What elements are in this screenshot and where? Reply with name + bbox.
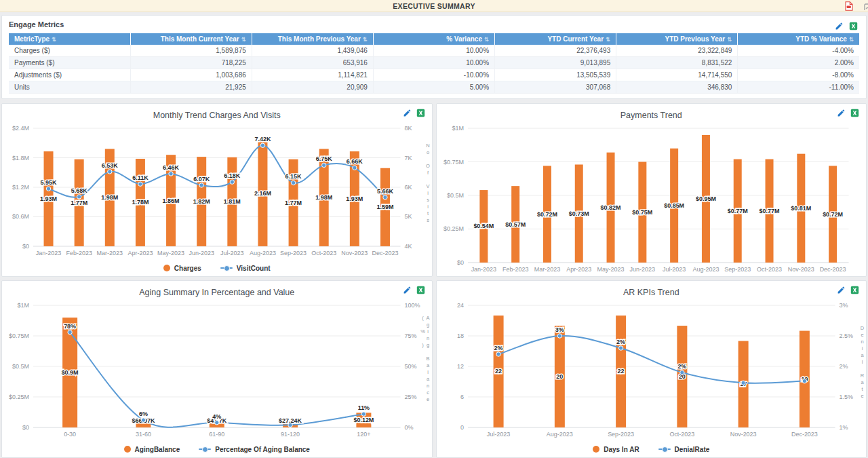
y2-axis-tick: 1.5% (839, 394, 852, 400)
legend-item-charges[interactable]: Charges (163, 265, 201, 272)
point-jan-2023[interactable] (46, 187, 50, 191)
y-axis-tick: 18 (456, 332, 463, 339)
column-header-this-month-current-year[interactable]: This Month Current Year⇅ (130, 33, 252, 45)
line-value-label: 4% (212, 413, 221, 420)
bar-value-label: 1.82M (193, 198, 210, 205)
y-axis-tick: $0.25M (443, 225, 463, 232)
legend-item-agingbalance[interactable]: AgingBalance (124, 446, 180, 453)
monthly-trend-legend: ChargesVisitCount (2, 260, 432, 276)
x-axis-tick: Oct-2023 (311, 250, 336, 256)
point-dec-2023[interactable] (383, 195, 387, 199)
point-jul-2023[interactable] (230, 180, 234, 184)
x-axis-tick: Jul-2023 (662, 266, 685, 273)
point-dec-2023[interactable] (802, 379, 806, 383)
point-sep-2023[interactable] (291, 180, 295, 185)
x-axis-tick: Aug-2023 (692, 266, 719, 273)
payments-trend-chart-canvas: $1M$0.75M$0.5M$0.25M$0Jan-2023Feb-2023Ma… (437, 120, 867, 276)
point-nov-2023[interactable] (353, 166, 357, 170)
point-oct-2023[interactable] (322, 163, 326, 167)
bar-value-label: 22 (617, 368, 624, 375)
point-oct-2023[interactable] (679, 370, 684, 375)
x-axis-tick: Sep-2023 (280, 250, 307, 256)
point-apr-2023[interactable] (138, 182, 142, 186)
edit-icon[interactable] (835, 21, 844, 33)
point-mar-2023[interactable] (108, 170, 112, 174)
column-header-ytd-current-year[interactable]: YTD Current Year⇅ (495, 33, 616, 45)
x-axis-tick: Jul-2023 (486, 431, 509, 438)
table-cell: -11.00% (738, 81, 859, 94)
charts-grid: Monthly Trend Charges And Visits $2.4M8K… (1, 103, 867, 458)
bar-value-label: 1.93M (346, 195, 363, 202)
y2-axis-tick: 6K (405, 184, 412, 191)
excel-export-icon[interactable] (416, 109, 425, 117)
point-aug-2023[interactable] (557, 334, 561, 338)
point-aug-2023[interactable] (260, 143, 264, 147)
edit-icon[interactable] (837, 286, 846, 294)
y-axis-tick: 12 (456, 363, 463, 370)
point-nov-2023[interactable] (741, 381, 745, 385)
y2-axis-tick: 100% (405, 302, 420, 309)
edit-icon[interactable] (403, 286, 412, 294)
point-sep-2023[interactable] (618, 346, 623, 350)
column-header-this-month-previous-year[interactable]: This Month Previous Year⇅ (252, 33, 373, 45)
sort-icon: ⇅ (363, 36, 368, 43)
y-axis-tick: $0.5M (12, 363, 29, 370)
point-may-2023[interactable] (169, 172, 173, 176)
engage-metrics-table: MetricType⇅This Month Current Year⇅This … (9, 33, 859, 94)
column-header-ytd-variance[interactable]: YTD % Variance⇅ (738, 33, 859, 45)
table-row: Charges ($)1,589,8751,439,04610.00%22,37… (9, 45, 859, 57)
x-axis-tick: Apr-2023 (127, 250, 153, 256)
y-axis-tick: $0 (22, 243, 29, 250)
point-jul-2023[interactable] (496, 352, 500, 356)
table-cell: 1,003,686 (130, 69, 252, 81)
clipped-edge-icon[interactable] (864, 2, 868, 10)
export-pdf-icon[interactable] (845, 1, 853, 14)
engage-metrics-actions (835, 21, 858, 33)
legend-item-denialrate[interactable]: DenialRate (658, 446, 710, 453)
x-axis-tick: Dec-2023 (791, 431, 817, 438)
y2-axis-tick: 3% (839, 302, 848, 309)
legend-item-percentage-of-aging-balance[interactable]: Percentage Of Aging Balance (199, 446, 310, 453)
aging-summary-legend: AgingBalancePercentage Of Aging Balance (2, 441, 432, 457)
legend-item-visitcount[interactable]: VisitCount (220, 265, 271, 272)
point-31-60[interactable] (141, 418, 145, 422)
chart-card-aging-summary: Aging Summary In Percentage and Value $1… (1, 280, 433, 458)
sort-icon: ⇅ (606, 36, 610, 43)
legend-label: AgingBalance (135, 446, 180, 453)
point-feb-2023[interactable] (77, 195, 81, 199)
column-header-ytd-previous-year[interactable]: YTD Previous Year⇅ (616, 33, 738, 45)
point-61-90[interactable] (215, 421, 219, 425)
table-cell: -10.00% (373, 69, 494, 81)
table-body: Charges ($)1,589,8751,439,04610.00%22,37… (9, 45, 859, 94)
edit-icon[interactable] (403, 109, 412, 117)
column-header-metrictype[interactable]: MetricType⇅ (9, 33, 130, 45)
excel-export-icon[interactable] (849, 21, 858, 33)
bar-value-label: 22 (495, 368, 502, 375)
point-120[interactable] (361, 412, 366, 416)
column-header-variance[interactable]: % Variance⇅ (373, 33, 494, 45)
table-cell: 1,439,046 (252, 45, 373, 57)
excel-export-icon[interactable] (850, 109, 859, 117)
x-axis-tick: Jan-2023 (36, 250, 61, 256)
bar-value-label: $0.82M (600, 204, 620, 211)
y2-axis-tick: 2% (839, 363, 848, 370)
y-axis-tick: $0.75M (443, 159, 463, 166)
chart-card-ar-kpis: AR KPIs Trend 243%182.5%122%61.5%01%Jul-… (436, 280, 867, 458)
chart-card-monthly-trend: Monthly Trend Charges And Visits $2.4M8K… (1, 103, 433, 277)
right-axis-label: Aging Balance ( % ) (420, 314, 431, 409)
legend-item-days-in-ar[interactable]: Days In AR (593, 446, 639, 453)
point-91-120[interactable] (288, 423, 292, 427)
point-0-30[interactable] (68, 330, 72, 334)
table-cell: 13,505,539 (495, 69, 616, 81)
x-axis-tick: Nov-2023 (787, 266, 814, 273)
right-axis-label: No Of Visits (425, 142, 431, 224)
table-cell: 21,925 (130, 81, 252, 94)
y2-axis-tick: 1% (839, 424, 848, 431)
excel-export-icon[interactable] (416, 286, 425, 294)
engage-metrics-title: Engage Metrics (9, 20, 859, 28)
y2-axis-tick: 25% (405, 394, 417, 400)
point-jun-2023[interactable] (199, 183, 203, 187)
metric-type-cell: Payments ($) (9, 57, 130, 69)
excel-export-icon[interactable] (850, 286, 859, 294)
edit-icon[interactable] (837, 109, 846, 117)
